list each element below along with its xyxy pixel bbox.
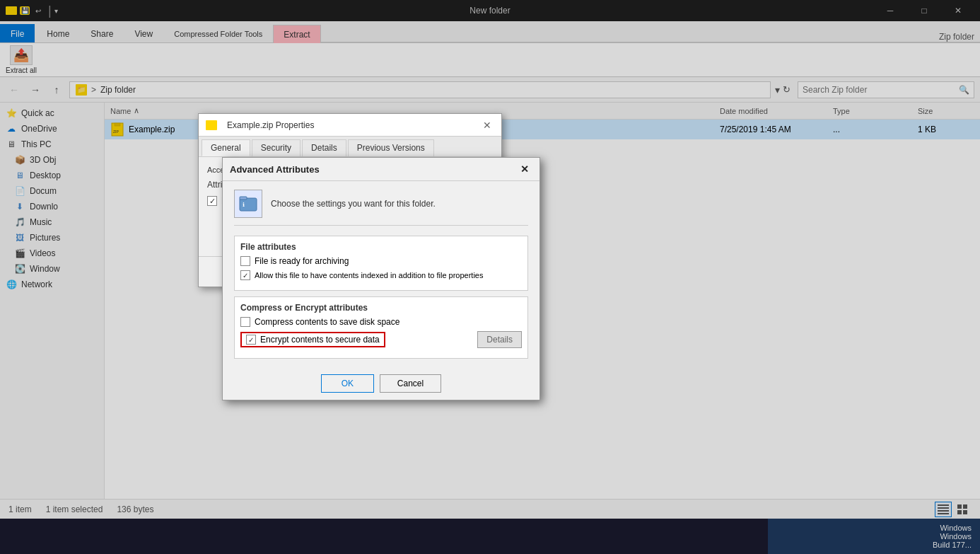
adv-header-text: Choose the settings you want for this fo… bbox=[271, 199, 436, 209]
file-attributes-section: File attributes File is ready for archiv… bbox=[234, 236, 528, 291]
details-button[interactable]: Details bbox=[477, 331, 522, 348]
encrypt-label: Encrypt contents to secure data bbox=[260, 335, 380, 345]
properties-tabs: General Security Details Previous Versio… bbox=[199, 137, 501, 157]
index-label: Allow this file to have contents indexed… bbox=[255, 271, 483, 279]
encrypt-checkbox-container: Encrypt contents to secure data bbox=[240, 332, 385, 347]
properties-tab-general[interactable]: General bbox=[202, 139, 250, 156]
compress-encrypt-title: Compress or Encrypt attributes bbox=[240, 303, 522, 313]
encrypt-row: Encrypt contents to secure data Details bbox=[240, 331, 522, 348]
archive-row: File is ready for archiving bbox=[240, 256, 522, 266]
advanced-titlebar: Advanced Attributes ✕ bbox=[223, 158, 539, 180]
adv-folder-icon: ℹ bbox=[234, 190, 262, 218]
advanced-attributes-dialog: Advanced Attributes ✕ ℹ Choose the setti… bbox=[222, 157, 540, 400]
svg-text:ℹ: ℹ bbox=[243, 202, 245, 208]
properties-close-button[interactable]: ✕ bbox=[480, 118, 494, 132]
compress-encrypt-section: Compress or Encrypt attributes Compress … bbox=[234, 296, 528, 359]
advanced-ok-button[interactable]: OK bbox=[321, 374, 374, 393]
advanced-title: Advanced Attributes bbox=[230, 164, 320, 175]
index-checkbox[interactable] bbox=[240, 270, 250, 280]
properties-dialog-icon bbox=[206, 120, 217, 130]
read-only-checkbox[interactable] bbox=[207, 196, 217, 206]
compress-checkbox[interactable] bbox=[240, 317, 250, 327]
compress-label: Compress contents to save disk space bbox=[255, 317, 399, 327]
properties-title: Example.zip Properties bbox=[227, 120, 314, 130]
advanced-cancel-button[interactable]: Cancel bbox=[380, 374, 441, 393]
properties-tab-details[interactable]: Details bbox=[302, 139, 346, 156]
properties-tab-security[interactable]: Security bbox=[252, 139, 301, 156]
properties-tab-previous[interactable]: Previous Versions bbox=[348, 139, 434, 156]
compress-row: Compress contents to save disk space bbox=[240, 317, 522, 327]
advanced-footer: OK Cancel bbox=[223, 367, 539, 400]
properties-titlebar: Example.zip Properties ✕ bbox=[199, 114, 501, 137]
archive-label: File is ready for archiving bbox=[255, 256, 349, 266]
encrypt-checkbox[interactable] bbox=[246, 335, 256, 345]
index-row: Allow this file to have contents indexed… bbox=[240, 270, 522, 280]
archive-checkbox[interactable] bbox=[240, 256, 250, 266]
file-attributes-title: File attributes bbox=[240, 242, 522, 252]
svg-rect-12 bbox=[240, 197, 247, 200]
advanced-body: ℹ Choose the settings you want for this … bbox=[223, 181, 539, 367]
advanced-close-button[interactable]: ✕ bbox=[517, 161, 532, 177]
adv-header-row: ℹ Choose the settings you want for this … bbox=[234, 190, 528, 226]
